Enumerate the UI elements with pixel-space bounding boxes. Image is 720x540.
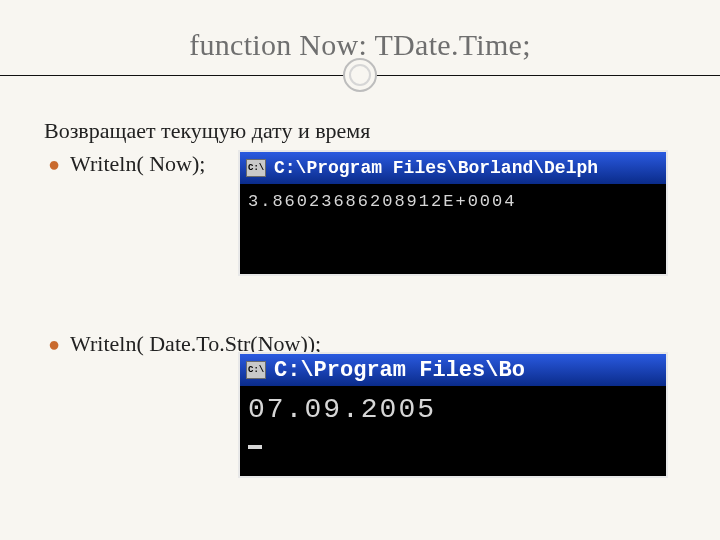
console-title-path: C:\Program Files\Bo [274, 358, 525, 383]
bullet-text: Writeln( Now); [70, 150, 205, 178]
console-title-path: C:\Program Files\Borland\Delph [274, 158, 598, 178]
cursor-icon [248, 445, 262, 449]
console-output-area: 07.09.2005 [240, 386, 666, 476]
decorative-circle-inner [349, 64, 371, 86]
decorative-circle [343, 58, 377, 92]
bullet-icon: ● [48, 150, 60, 178]
description-text: Возвращает текущую дату и время [44, 118, 676, 144]
cmd-icon [246, 361, 266, 379]
console-window-2: C:\Program Files\Bo 07.09.2005 [238, 352, 668, 478]
bullet-icon: ● [48, 330, 60, 358]
slide: function Now: TDate.Time; Возвращает тек… [0, 0, 720, 540]
console-titlebar: C:\Program Files\Borland\Delph [240, 152, 666, 184]
cmd-icon [246, 159, 266, 177]
console-titlebar: C:\Program Files\Bo [240, 354, 666, 386]
slide-title: function Now: TDate.Time; [44, 28, 676, 62]
console-output-line: 07.09.2005 [248, 394, 658, 426]
console-output-line: 3.86023686208912E+0004 [248, 192, 658, 211]
console-window-1: C:\Program Files\Borland\Delph 3.8602368… [238, 150, 668, 276]
title-area: function Now: TDate.Time; [44, 28, 676, 90]
console-output-area: 3.86023686208912E+0004 [240, 184, 666, 274]
